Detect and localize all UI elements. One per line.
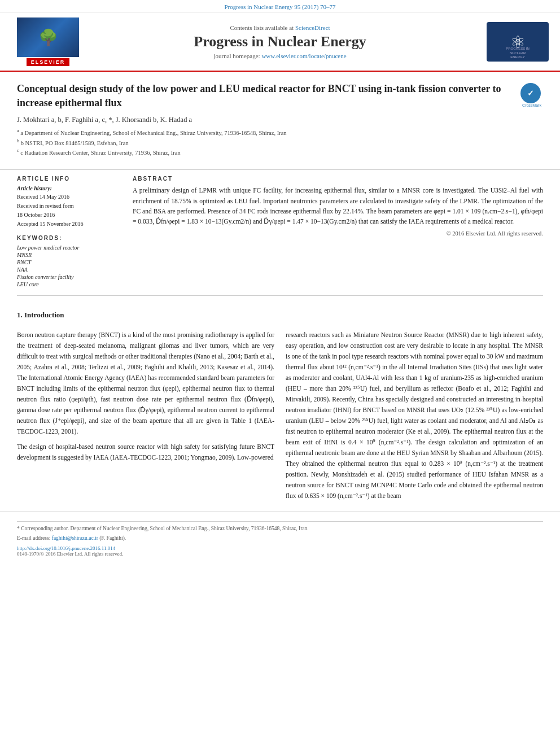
intro-heading-area: 1. Introduction xyxy=(0,303,560,330)
received-revised-date: 18 October 2016 xyxy=(17,211,121,219)
keyword-6: LEU core xyxy=(17,281,121,287)
article-info-col: ARTICLE INFO Article history: Received 1… xyxy=(17,176,121,289)
history-label: Article history: xyxy=(17,185,121,191)
footer: * Corresponding author. Department of Nu… xyxy=(0,512,560,557)
journal-header: 🌳 ELSEVIER Contents lists available at S… xyxy=(0,13,560,72)
crossmark-icon: ✓ xyxy=(520,83,541,103)
doi-link[interactable]: http://dx.doi.org/10.1016/j.pnucene.2016… xyxy=(17,545,115,551)
sciencedirect-anchor[interactable]: ScienceDirect xyxy=(295,24,330,31)
authors-line: J. Mokhtari a, b, F. Faghihi a, c, *, J.… xyxy=(17,116,543,124)
keywords-section: Keywords: Low power medical reactor MNSR… xyxy=(17,235,121,287)
journal-info-bar: Progress in Nuclear Energy 95 (2017) 70–… xyxy=(0,0,560,13)
sciencedirect-link: Contents lists available at ScienceDirec… xyxy=(90,24,470,31)
journal-logo: ⚛ PROGRESS INNUCLEARENERGY xyxy=(487,22,549,62)
intro-p1: Boron neutron capture therapy (BNCT) is … xyxy=(17,330,274,437)
elsevier-logo: 🌳 ELSEVIER xyxy=(11,18,85,66)
page: Progress in Nuclear Energy 95 (2017) 70–… xyxy=(0,0,560,747)
tree-icon: 🌳 xyxy=(38,28,58,47)
section-divider xyxy=(17,295,543,296)
intro-p2: The design of hospital-based neutron sou… xyxy=(17,442,274,463)
keywords-heading: Keywords: xyxy=(17,235,121,241)
abstract-heading: ABSTRACT xyxy=(133,176,543,182)
abstract-col: ABSTRACT A preliminary design of LPMR wi… xyxy=(133,176,543,289)
header-divider xyxy=(0,169,560,170)
affiliation-c: c c Radiation Research Center, Shiraz Un… xyxy=(17,147,543,157)
keyword-4: NAA xyxy=(17,267,121,273)
intro-title: 1. Introduction xyxy=(17,311,543,320)
affiliation-b: b b NSTRI, PO Box 81465/1589, Esfehan, I… xyxy=(17,138,543,147)
journal-title: Progress in Nuclear Energy xyxy=(90,33,470,50)
email-link[interactable]: faghihi@shirazu.ac.ir xyxy=(52,535,98,541)
abstract-text: A preliminary design of LPMR with unique… xyxy=(133,185,543,227)
body-col-2: research reactors such as Miniature Neut… xyxy=(286,330,543,506)
journal-citation: Progress in Nuclear Energy 95 (2017) 70–… xyxy=(224,3,335,10)
accepted: Accepted 15 November 2016 xyxy=(17,220,121,228)
journal-logo-area: ⚛ PROGRESS INNUCLEARENERGY xyxy=(475,22,549,62)
received-1: Received 14 May 2016 xyxy=(17,193,121,201)
crossmark-text: CrossMark xyxy=(520,103,543,107)
received-revised: Received in revised form xyxy=(17,202,121,210)
crossmark-badge: ✓ CrossMark xyxy=(520,83,543,106)
elsevier-logo-area: 🌳 ELSEVIER xyxy=(11,18,85,66)
elsevier-label: ELSEVIER xyxy=(27,58,70,66)
journal-homepage: journal homepage: www.elsevier.com/locat… xyxy=(90,53,470,59)
footer-divider xyxy=(17,521,543,522)
body-text: Boron neutron capture therapy (BNCT) is … xyxy=(0,330,560,506)
article-header: Conceptual design study of the low power… xyxy=(0,72,560,164)
journal-logo-text: PROGRESS INNUCLEARENERGY xyxy=(487,47,549,59)
affiliation-a: a a Department of Nuclear Engineering, S… xyxy=(17,128,543,137)
footnote-email: E-mail address: faghihi@shirazu.ac.ir (F… xyxy=(17,534,543,542)
intro-col2-p1: research reactors such as Miniature Neut… xyxy=(286,330,543,501)
keyword-2: MNSR xyxy=(17,252,121,258)
footnote-star: * Corresponding author. Department of Nu… xyxy=(17,525,543,532)
copyright-line: © 2016 Elsevier Ltd. All rights reserved… xyxy=(133,230,543,237)
keyword-3: BNCT xyxy=(17,259,121,265)
homepage-link[interactable]: www.elsevier.com/locate/pnucene xyxy=(261,53,346,59)
journal-title-area: Contents lists available at ScienceDirec… xyxy=(85,24,475,59)
doi-line: http://dx.doi.org/10.1016/j.pnucene.2016… xyxy=(17,545,543,551)
article-title: Conceptual design study of the low power… xyxy=(17,82,515,110)
elsevier-graphic: 🌳 xyxy=(17,18,79,57)
article-info-heading: ARTICLE INFO xyxy=(17,176,121,182)
article-info-abstract: ARTICLE INFO Article history: Received 1… xyxy=(0,176,560,289)
article-title-row: Conceptual design study of the low power… xyxy=(17,82,543,110)
affiliations: a a Department of Nuclear Engineering, S… xyxy=(17,128,543,157)
article-history: Article history: Received 14 May 2016 Re… xyxy=(17,185,121,228)
keyword-1: Low power medical reactor xyxy=(17,244,121,251)
keyword-5: Fission converter facility xyxy=(17,274,121,280)
body-col-1: Boron neutron capture therapy (BNCT) is … xyxy=(17,330,274,506)
issn-line: 0149-1970/© 2016 Elsevier Ltd. All right… xyxy=(17,551,543,557)
